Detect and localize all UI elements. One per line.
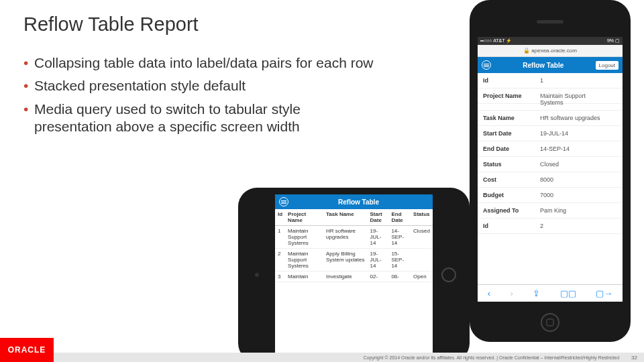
status-bar: ••○○○ AT&T ⚡ 9% ▢ [478,37,623,45]
home-button-icon [541,313,559,332]
reflow-row: Task NameHR software upgrades [478,111,623,126]
field-value: HR software upgrades [540,115,600,121]
url-bar[interactable]: 🔒 apexea.oracle.com [478,45,623,57]
col-header: Project Name [285,209,323,226]
menu-icon[interactable] [482,60,491,70]
field-value: 2 [540,223,543,229]
field-value: 14-SEP-14 [540,145,570,152]
table-row: 2Maintain Support SystemsApply Billing S… [275,249,433,272]
field-value: Maintain Support [540,93,586,99]
speaker-icon [537,20,564,23]
field-label: Status [483,161,540,168]
tabs-icon[interactable]: ▢→ [596,288,612,298]
reflow-row: End Date14-SEP-14 [478,141,623,157]
reflow-list: Id1Project NameMaintain SupportSystemsTa… [478,73,623,284]
browser-toolbar: ‹ › ⇪ ▢▢ ▢→ [478,284,623,302]
col-header: End Date [388,209,411,226]
app-header: Reflow Table [275,194,433,209]
field-label: Start Date [483,130,540,137]
share-icon[interactable]: ⇪ [533,288,540,298]
slide: Reflow Table Report Collapsing table dat… [0,0,644,362]
field-value: Pam King [540,207,566,214]
table-cell [411,249,433,272]
camera-icon [255,273,259,277]
carrier-text: ••○○○ AT&T ⚡ [480,38,512,44]
table-cell: 2 [275,249,285,272]
col-header: Start Date [368,209,389,226]
table-cell: 15-SEP-14 [388,249,411,272]
reflow-row: Assigned ToPam King [478,203,623,219]
table-cell: 1 [275,226,285,249]
reflow-row: Budget7000 [478,188,623,203]
table-cell: 3 [275,272,285,282]
page-number: 32 [631,355,637,361]
field-value: Systems [540,99,564,106]
tablet-screen: Reflow Table Id Project Name Task Name S… [275,194,433,355]
field-label: End Date [483,145,540,152]
table-header-row: Id Project Name Task Name Start Date End… [275,209,433,226]
table-cell: 08- [388,272,411,282]
table-cell: Maintain Support Systems [285,226,323,249]
app-header: Reflow Table Logout [478,57,623,73]
field-value: 1 [540,77,543,84]
field-label: Id [483,223,540,229]
bookmarks-icon[interactable]: ▢▢ [560,288,576,298]
footer: ORACLE Copyright © 2014 Oracle and/or it… [0,338,644,362]
table-cell: Apply Billing System updates [323,249,367,272]
field-label: Task Name [483,115,540,121]
phone-screen: ••○○○ AT&T ⚡ 9% ▢ 🔒 apexea.oracle.com Re… [478,37,623,302]
field-label: Project Name [483,93,540,99]
table-cell: Maintain [285,272,323,282]
table-cell: 14-SEP-14 [388,226,411,249]
bullet-item: Media query used to switch to tabular st… [23,101,345,136]
table-cell: HR software upgrades [323,226,367,249]
field-value: 7000 [540,192,553,198]
tablet-device: Reflow Table Id Project Name Task Name S… [238,188,470,362]
menu-icon[interactable] [279,197,288,206]
copyright-text: Copyright © 2014 Oracle and/or its affil… [364,355,620,360]
col-header: Id [275,209,285,226]
logout-button[interactable]: Logout [596,61,619,70]
battery-text: 9% ▢ [607,38,620,44]
field-value: Closed [540,161,559,168]
table-cell: Open [411,272,433,282]
table-cell: Investigate [323,272,367,282]
col-header: Status [411,209,433,226]
field-value: 8000 [540,176,553,183]
field-label: Cost [483,176,540,183]
table-cell: Maintain Support Systems [285,249,323,272]
field-label: Budget [483,192,540,198]
table-row: 1Maintain Support SystemsHR software upg… [275,226,433,249]
phone-device: ••○○○ AT&T ⚡ 9% ▢ 🔒 apexea.oracle.com Re… [470,0,631,342]
app-title: Reflow Table [288,198,429,206]
home-button-icon [441,267,456,282]
oracle-logo: ORACLE [0,338,54,362]
reflow-row: Cost8000 [478,172,623,188]
forward-icon[interactable]: › [511,288,513,298]
table-cell: Closed [411,226,433,249]
reflow-row: Systems [478,99,623,111]
col-header: Task Name [323,209,367,226]
app-title: Reflow Table [491,62,596,69]
table-cell: 19-JUL-14 [368,226,389,249]
data-table: Id Project Name Task Name Start Date End… [275,209,433,282]
table-row: 3MaintainInvestigate02-08-Open [275,272,433,282]
reflow-row: Start Date19-JUL-14 [478,126,623,141]
field-label [483,99,540,106]
back-icon[interactable]: ‹ [488,288,490,298]
field-label: Assigned To [483,207,540,214]
reflow-row: Id1 [478,73,623,88]
field-label: Id [483,77,540,84]
field-value: 19-JUL-14 [540,130,568,137]
table-cell: 02- [368,272,389,282]
footer-bar: Copyright © 2014 Oracle and/or its affil… [54,353,644,362]
reflow-row: StatusClosed [478,157,623,172]
reflow-row: Id2 [478,219,623,234]
table-cell: 19-JUL-14 [368,249,389,272]
